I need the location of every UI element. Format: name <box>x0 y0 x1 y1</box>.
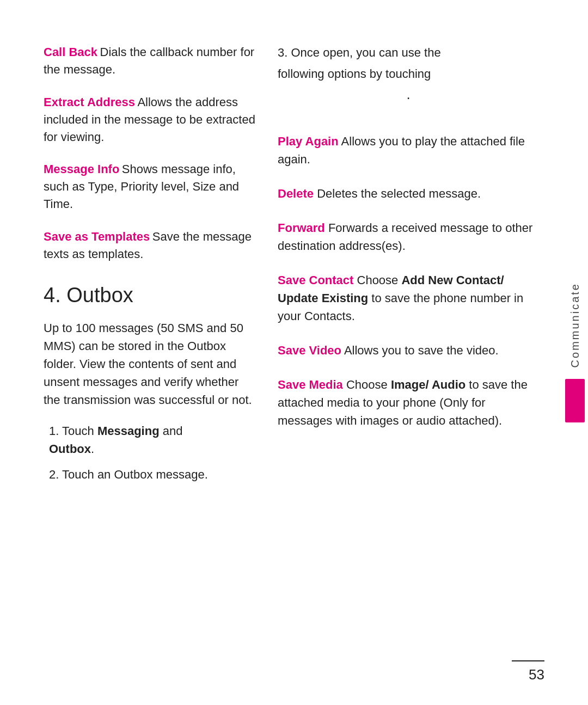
main-content: Call Back Dials the callback number for … <box>0 0 588 705</box>
term-delete: Delete Deletes the selected message. <box>278 185 539 203</box>
term-save-as-title: Save as Templates <box>44 230 150 243</box>
term-extract-address: Extract Address Allows the address inclu… <box>44 94 256 146</box>
term-play-again: Play Again Allows you to play the attach… <box>278 132 539 168</box>
term-save-contact-title: Save Contact <box>278 273 353 287</box>
term-save-video-body: Allows you to save the video. <box>341 344 499 357</box>
step3-block: 3. Once open, you can use the following … <box>278 44 539 116</box>
right-column: 3. Once open, you can use the following … <box>278 44 555 672</box>
term-forward-title: Forward <box>278 221 325 235</box>
sidebar-bar <box>565 379 585 422</box>
term-message-info-title: Message Info <box>44 162 119 176</box>
sidebar-label: Communicate <box>569 283 581 367</box>
term-message-info: Message Info Shows message info, such as… <box>44 161 256 213</box>
list1-text: 1. Touch <box>49 424 97 438</box>
term-call-back: Call Back Dials the callback number for … <box>44 44 256 78</box>
step3-line1: 3. Once open, you can use the <box>278 44 539 62</box>
list-item-1: 1. Touch Messaging and Outbox. <box>44 422 256 458</box>
list1-mid: and <box>160 424 183 438</box>
list2-text: 2. Touch an Outbox message. <box>49 468 208 481</box>
list1-bold2: Outbox <box>49 442 91 456</box>
section-heading: 4. Outbox <box>44 284 256 307</box>
term-delete-body: Deletes the selected message. <box>314 187 481 200</box>
term-save-media-title: Save Media <box>278 378 343 391</box>
term-forward: Forward Forwards a received message to o… <box>278 219 539 255</box>
list1-end: . <box>91 442 94 456</box>
section-body-text: Up to 100 messages (50 SMS and 50 MMS) c… <box>44 319 256 409</box>
term-call-back-title: Call Back <box>44 45 97 59</box>
list1-bold: Messaging <box>97 424 160 438</box>
term-save-contact: Save Contact Choose Add New Contact/ Upd… <box>278 271 539 325</box>
term-delete-title: Delete <box>278 187 314 200</box>
divider-line <box>512 660 544 661</box>
page-container: Call Back Dials the callback number for … <box>0 0 588 705</box>
term-extract-address-title: Extract Address <box>44 95 135 109</box>
term-save-media: Save Media Choose Image/ Audio to save t… <box>278 376 539 430</box>
term-save-media-pre: Choose <box>343 378 391 391</box>
left-column: Call Back Dials the callback number for … <box>44 44 256 672</box>
page-number: 53 <box>529 666 544 683</box>
term-save-contact-pre: Choose <box>353 273 401 287</box>
dot: . <box>278 86 539 103</box>
term-save-video-title: Save Video <box>278 344 341 357</box>
step3-line2: following options by touching <box>278 65 539 83</box>
term-play-again-title: Play Again <box>278 134 339 148</box>
term-save-video: Save Video Allows you to save the video. <box>278 341 539 359</box>
list-item-2: 2. Touch an Outbox message. <box>44 465 256 483</box>
term-save-as: Save as Templates Save the message texts… <box>44 228 256 263</box>
sidebar: Communicate <box>562 0 588 705</box>
term-save-media-bold: Image/ Audio <box>391 378 465 391</box>
